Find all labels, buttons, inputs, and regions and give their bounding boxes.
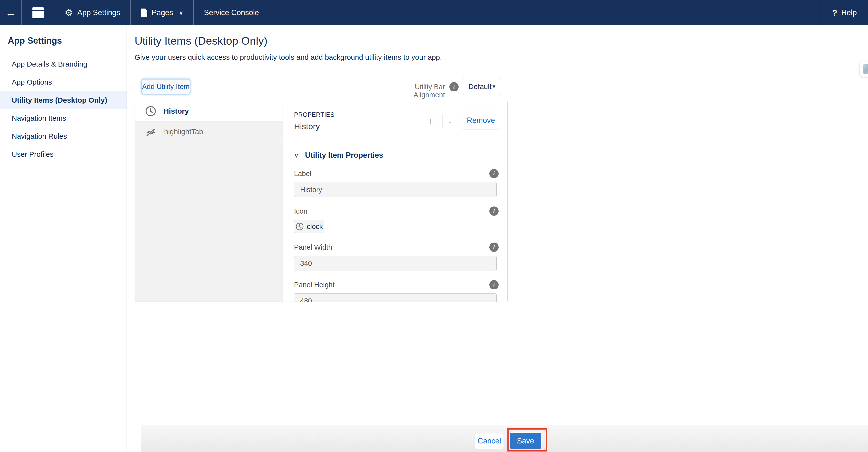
- panel-width-field-group: Panel Width i: [294, 243, 500, 271]
- cancel-button[interactable]: Cancel: [475, 433, 504, 449]
- alignment-info-icon[interactable]: i: [450, 82, 459, 91]
- panel-height-field-group: Panel Height i: [294, 280, 500, 302]
- page-icon: [141, 8, 147, 17]
- properties-pane: PROPERTIES History ↑ ↓ Remove ∨ Utility …: [283, 101, 507, 301]
- properties-header-block: PROPERTIES History: [294, 111, 335, 131]
- tab-app-settings-label: App Settings: [77, 8, 120, 17]
- sidebar-item-user-profiles[interactable]: User Profiles: [0, 145, 127, 163]
- sidebar-item-navigation-rules[interactable]: Navigation Rules: [0, 127, 127, 145]
- move-up-button[interactable]: ↑: [423, 112, 438, 128]
- sidebar-item-navigation-items[interactable]: Navigation Items: [0, 109, 127, 127]
- app-name-label: Service Console: [194, 0, 259, 25]
- icon-picker-button[interactable]: clock: [294, 220, 324, 233]
- question-mark-icon: ?: [832, 8, 837, 18]
- move-down-button[interactable]: ↓: [442, 112, 458, 128]
- edge-floating-widget[interactable]: [860, 61, 868, 76]
- clock-icon: [296, 222, 304, 231]
- properties-heading: PROPERTIES: [294, 111, 335, 118]
- tab-pages-label: Pages: [152, 8, 173, 17]
- chevron-down-icon: ∨: [179, 9, 183, 16]
- section-title: Utility Item Properties: [305, 151, 383, 160]
- help-label: Help: [841, 8, 857, 17]
- down-arrow-icon: ↓: [448, 116, 452, 125]
- label-input[interactable]: [294, 182, 497, 197]
- section-chevron-icon: ∨: [294, 152, 299, 159]
- footer-action-bar: Cancel Save: [142, 425, 868, 452]
- utility-item-row-history[interactable]: History: [135, 101, 283, 121]
- panel-width-label: Panel Width: [294, 243, 332, 251]
- remove-button[interactable]: Remove: [462, 111, 500, 130]
- icon-field-label: Icon: [294, 207, 307, 215]
- back-arrow-icon: ←: [5, 7, 16, 19]
- page-title: Utility Items (Desktop Only): [134, 35, 268, 47]
- panel-width-input[interactable]: [294, 256, 497, 271]
- sidebar-item-app-options[interactable]: App Options: [0, 73, 127, 91]
- utility-items-panel: History highlightTab PROPERTIES History: [134, 101, 508, 302]
- desktop-icon: [32, 7, 44, 18]
- utility-item-label: History: [164, 107, 189, 115]
- settings-sidebar: App Settings App Details & Branding App …: [0, 25, 127, 452]
- sidebar-item-utility-items[interactable]: Utility Items (Desktop Only): [0, 91, 127, 109]
- top-navbar: ← ⚙ App Settings Pages ∨ Service Console…: [0, 0, 868, 25]
- edge-widget-tile-icon: [863, 64, 868, 74]
- properties-divider: [294, 140, 500, 140]
- panel-height-label: Panel Height: [294, 281, 335, 289]
- add-utility-item-button[interactable]: Add Utility Item: [142, 79, 190, 94]
- panel-height-info-icon[interactable]: i: [489, 280, 499, 289]
- properties-item-name: History: [294, 122, 335, 131]
- panel-height-input[interactable]: [294, 293, 497, 302]
- utility-item-list: History highlightTab: [135, 101, 283, 301]
- save-button[interactable]: Save: [510, 433, 541, 449]
- hidden-eye-icon: [145, 127, 157, 136]
- up-arrow-icon: ↑: [428, 116, 433, 125]
- sidebar-item-app-details-branding[interactable]: App Details & Branding: [0, 55, 127, 73]
- app-settings-window: ← ⚙ App Settings Pages ∨ Service Console…: [0, 0, 868, 452]
- utility-item-label: highlightTab: [164, 128, 203, 136]
- tab-app-settings[interactable]: ⚙ App Settings: [54, 0, 130, 25]
- label-field-group: Label i: [294, 169, 500, 197]
- icon-field-group: Icon i clock: [294, 206, 500, 233]
- page-subtitle: Give your users quick access to producti…: [134, 53, 442, 61]
- gear-icon: ⚙: [65, 8, 73, 17]
- label-info-icon[interactable]: i: [489, 169, 499, 178]
- icon-picker-value: clock: [307, 223, 323, 231]
- utility-item-row-highlighttab[interactable]: highlightTab: [135, 121, 283, 142]
- sidebar-title: App Settings: [8, 36, 127, 46]
- sidebar-list: App Details & Branding App Options Utili…: [0, 55, 127, 163]
- desktop-view-button[interactable]: [22, 0, 54, 25]
- tab-pages[interactable]: Pages ∨: [131, 0, 193, 25]
- back-button[interactable]: ←: [0, 0, 22, 25]
- label-field-label: Label: [294, 170, 311, 178]
- utility-bar-alignment-label: Utility Bar Alignment: [388, 83, 445, 99]
- panel-width-info-icon[interactable]: i: [489, 243, 499, 252]
- help-button[interactable]: ? Help: [821, 0, 868, 25]
- icon-info-icon[interactable]: i: [489, 206, 499, 216]
- alignment-dropdown-value: Default: [468, 83, 492, 91]
- utility-item-properties-section-toggle[interactable]: ∨ Utility Item Properties: [294, 151, 500, 160]
- clock-icon: [145, 105, 156, 117]
- dropdown-arrow-icon: ▼: [492, 84, 496, 90]
- alignment-dropdown[interactable]: Default ▼: [463, 78, 500, 95]
